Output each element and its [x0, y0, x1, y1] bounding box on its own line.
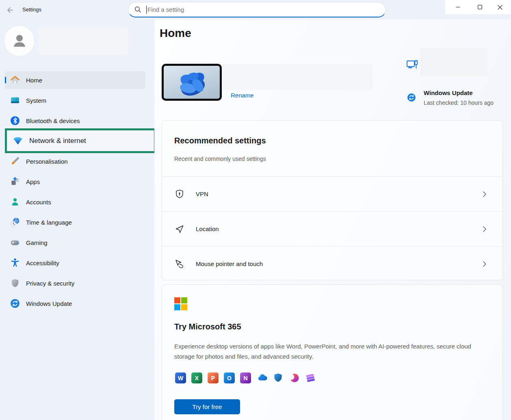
app-title: Settings [22, 6, 41, 13]
selected-indicator [5, 77, 6, 83]
sidebar-item-personalisation[interactable]: Personalisation [5, 152, 145, 170]
defender-icon [273, 372, 284, 383]
sidebar-item-label: Windows Update [26, 300, 72, 307]
user-avatar[interactable] [4, 26, 35, 56]
device-thumbnail [162, 64, 222, 101]
onedrive-icon [256, 372, 267, 383]
vpn-shield-icon [174, 189, 185, 199]
accessibility-icon [10, 258, 20, 268]
microsoft-logo-icon [174, 297, 187, 310]
sidebar-item-apps[interactable]: Apps [5, 173, 145, 191]
sidebar-item-label: Bluetooth & devices [26, 117, 80, 124]
search-box[interactable] [128, 2, 386, 17]
setting-row-vpn[interactable]: VPN [162, 177, 502, 212]
chevron-right-icon [481, 260, 488, 268]
setting-row-mouse-pointer-touch[interactable]: Mouse pointer and touch [162, 247, 502, 281]
apps-icon [10, 176, 20, 187]
clipchamp-icon [305, 372, 316, 383]
recommended-settings-card: Recommended settings Recent and commonly… [162, 120, 503, 280]
gamepad-icon [10, 237, 20, 248]
update-status-title: Windows Update [424, 89, 473, 96]
minimize-icon [455, 4, 461, 10]
window-controls [445, 0, 511, 14]
sidebar-item-accounts[interactable]: Accounts [5, 193, 145, 211]
sidebar-item-label: Accounts [26, 199, 51, 206]
username-placeholder [39, 28, 128, 55]
sidebar-item-gaming[interactable]: Gaming [5, 234, 145, 251]
sidebar-item-label: System [26, 97, 46, 104]
sidebar-item-label: Time & language [26, 219, 72, 226]
privacy-shield-icon [10, 278, 20, 288]
annotation-highlight-box: Network & internet [5, 128, 156, 153]
chevron-right-icon [481, 190, 488, 198]
mouse-pointer-icon [174, 259, 185, 269]
bluetooth-icon [10, 115, 20, 126]
update-status-subtitle: Last checked: 10 hours ago [424, 100, 494, 106]
personalisation-brush-icon [10, 156, 20, 167]
sidebar-item-label: Gaming [26, 239, 48, 246]
outlook-icon: O [224, 372, 235, 383]
rename-link[interactable]: Rename [231, 92, 254, 99]
sidebar-item-label: Apps [26, 178, 40, 185]
sidebar-item-system[interactable]: System [5, 91, 145, 109]
time-language-icon [10, 217, 20, 227]
windows-update-icon [407, 93, 416, 102]
card-subtitle: Recent and commonly used settings [174, 156, 266, 162]
sidebar-item-label: Home [26, 77, 42, 84]
card-title: Recommended settings [174, 136, 266, 145]
chevron-right-icon [481, 225, 488, 233]
person-icon [11, 32, 28, 50]
device-name-placeholder [222, 64, 372, 90]
microsoft-365-card: Try Microsoft 365 Experience desktop ver… [162, 284, 503, 420]
powerpoint-icon: P [208, 372, 219, 383]
system-icon [10, 95, 20, 106]
sidebar-item-time-language[interactable]: Time & language [5, 213, 145, 231]
designer-icon [289, 372, 300, 383]
close-button[interactable] [491, 0, 509, 14]
setting-row-location[interactable]: Location [162, 212, 502, 247]
back-button[interactable] [5, 6, 14, 15]
sidebar-item-network-internet[interactable]: Network & internet [29, 137, 86, 145]
sidebar-item-label: Personalisation [26, 158, 68, 165]
sidebar-item-home[interactable]: Home [5, 71, 145, 89]
setting-row-label: Mouse pointer and touch [196, 260, 263, 267]
sidebar-item-privacy-security[interactable]: Privacy & security [5, 274, 145, 292]
sidebar-item-label: Accessibility [26, 260, 59, 266]
minimize-button[interactable] [448, 0, 467, 14]
m365-title: Try Microsoft 365 [174, 322, 241, 331]
location-arrow-icon [174, 224, 185, 234]
onenote-icon: N [240, 372, 251, 383]
settings-window: Settings [0, 0, 511, 420]
wifi-icon [12, 135, 24, 147]
excel-icon: X [191, 372, 202, 383]
sidebar-item-bluetooth[interactable]: Bluetooth & devices [5, 112, 145, 130]
windows-update-icon [10, 298, 20, 309]
maximize-button[interactable] [470, 0, 489, 14]
m365-description: Experience desktop versions of apps like… [174, 341, 479, 362]
accounts-person-icon [10, 197, 20, 207]
home-icon [10, 75, 20, 85]
bloom-wallpaper [164, 66, 220, 99]
maximize-icon [477, 4, 483, 10]
word-icon: W [175, 372, 186, 383]
back-arrow-icon [5, 6, 14, 15]
title-bar: Settings [0, 0, 511, 19]
sidebar-item-label: Privacy & security [26, 280, 74, 287]
sidebar-item-windows-update[interactable]: Windows Update [5, 294, 145, 312]
m365-app-icons: W X P O N [175, 372, 316, 383]
device-connectivity-icon [405, 58, 419, 72]
setting-row-label: VPN [196, 191, 208, 197]
setting-row-label: Location [196, 225, 219, 232]
windows-update-status[interactable]: Windows Update Last checked: 10 hours ag… [407, 89, 504, 108]
search-input[interactable] [147, 6, 385, 13]
search-icon [134, 6, 141, 13]
page-title: Home [160, 27, 191, 40]
text-caret [146, 6, 147, 14]
try-for-free-button[interactable]: Try for free [174, 399, 240, 414]
sidebar-item-accessibility[interactable]: Accessibility [5, 254, 145, 272]
network-name-placeholder [420, 48, 487, 76]
close-icon [497, 4, 503, 10]
